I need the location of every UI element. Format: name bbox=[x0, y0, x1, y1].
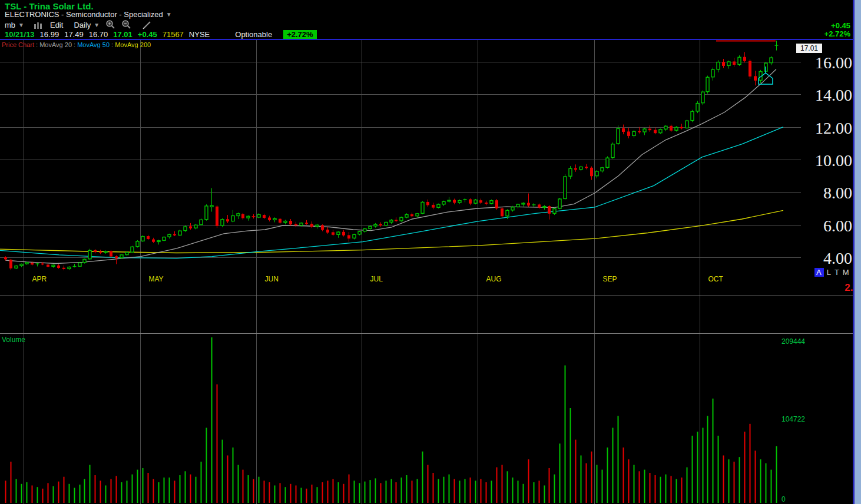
last-price-label: 17.01 bbox=[796, 44, 822, 53]
ma20-line bbox=[5, 69, 776, 264]
month-gridlines bbox=[24, 40, 700, 504]
optionable-label: Optionable bbox=[235, 30, 272, 39]
price-axis-label: 10.00 bbox=[815, 151, 852, 170]
zoom-preset-T-2[interactable]: T bbox=[834, 268, 840, 277]
ma50-line bbox=[0, 127, 783, 258]
zoom-preset-L-1[interactable]: L bbox=[826, 268, 832, 277]
volume-axis-label: 0 bbox=[781, 495, 786, 503]
price-axis-label: 8.00 bbox=[823, 184, 852, 202]
price-axis-label: 16.00 bbox=[815, 54, 852, 72]
corner-change: +0.45 +2.72% bbox=[824, 22, 850, 38]
version-label: 2.0 bbox=[813, 282, 859, 294]
month-label: JUN bbox=[265, 275, 279, 283]
price-volume-chart: APRMAYJUNJULAUGSEPOCT16.0014.0012.0010.0… bbox=[0, 0, 861, 504]
price-axis-label: 12.00 bbox=[815, 119, 852, 137]
ma200-line bbox=[0, 210, 783, 253]
volume-pane-title: Volume bbox=[2, 336, 25, 344]
header: TSL - Trina Solar Ltd. ELECTRONICS - Sem… bbox=[0, 0, 861, 39]
chevron-down-icon: ▼ bbox=[94, 22, 100, 28]
sector-label: ELECTRONICS - Semiconductor - Specialize… bbox=[5, 10, 163, 19]
draw-tool-button[interactable] bbox=[142, 21, 153, 29]
quote-row: 10/21/13 16.99 17.49 16.70 17.01 +0.45 7… bbox=[5, 29, 317, 39]
price-axis-label: 4.00 bbox=[823, 249, 852, 267]
period-dropdown[interactable]: Daily▼ bbox=[74, 21, 100, 29]
pct-change-badge: +2.72% bbox=[283, 30, 316, 39]
month-label: JUL bbox=[370, 275, 383, 283]
chevron-down-icon: ▼ bbox=[18, 22, 24, 28]
legend-movavg-20[interactable]: MovAvg 20 bbox=[39, 41, 72, 48]
month-label: APR bbox=[32, 275, 47, 283]
quote-volume: 71567 bbox=[163, 30, 184, 39]
quote-low: 16.70 bbox=[89, 30, 108, 39]
zoom-preset-A[interactable]: A bbox=[814, 268, 824, 277]
chevron-down-icon: ▼ bbox=[166, 11, 172, 18]
month-label: AUG bbox=[486, 275, 502, 283]
month-labels: APRMAYJUNJULAUGSEPOCT bbox=[32, 275, 724, 283]
month-label: MAY bbox=[149, 275, 164, 283]
month-label: SEP bbox=[603, 275, 617, 283]
edit-button[interactable]: Edit bbox=[50, 21, 63, 29]
month-label: OCT bbox=[708, 275, 724, 283]
price-gridlines: 16.0014.0012.0010.008.006.004.00 bbox=[0, 54, 852, 267]
price-axis-label: 14.00 bbox=[815, 86, 852, 104]
legend-movavg-200[interactable]: MovAvg 200 bbox=[115, 41, 151, 48]
mb-dropdown[interactable]: mb▼ bbox=[5, 21, 24, 29]
zoom-in-button[interactable] bbox=[105, 20, 115, 29]
zoom-in-icon bbox=[105, 20, 115, 29]
legend-price-chart[interactable]: Price Chart bbox=[2, 41, 34, 48]
chart-type-button[interactable] bbox=[34, 21, 44, 29]
quote-close: 17.01 bbox=[113, 30, 133, 39]
zoom-out-icon bbox=[121, 20, 131, 29]
volume-axis-label: 104722 bbox=[781, 415, 805, 423]
pencil-icon bbox=[142, 21, 153, 29]
zoom-out-button[interactable] bbox=[121, 20, 131, 29]
quote-open: 16.99 bbox=[40, 30, 59, 39]
toolbar: mb▼ Edit Daily▼ bbox=[5, 19, 158, 30]
sector-dropdown[interactable]: ELECTRONICS - Semiconductor - Specialize… bbox=[5, 10, 172, 19]
moving-averages bbox=[0, 69, 783, 264]
bar-chart-icon bbox=[34, 21, 43, 29]
volume-axis-label: 209444 bbox=[781, 337, 805, 346]
corner-change-pct: +2.72% bbox=[824, 30, 850, 38]
telechart-window: { "header": { "symbol_title": "TSL - Tri… bbox=[0, 0, 861, 504]
quote-high: 17.49 bbox=[64, 30, 84, 39]
quote-change: +0.45 bbox=[138, 30, 157, 39]
pane-top-border bbox=[0, 39, 861, 40]
zoom-preset-M-3[interactable]: M bbox=[842, 268, 850, 277]
quote-date: 10/21/13 bbox=[5, 30, 35, 39]
chart-legend: Price Chart : MovAvg 20 : MovAvg 50 : Mo… bbox=[2, 41, 151, 48]
volume-bars bbox=[5, 337, 777, 503]
price-axis-label: 6.00 bbox=[823, 217, 852, 235]
quote-exchange: NYSE bbox=[189, 30, 210, 39]
legend-movavg-50[interactable]: MovAvg 50 bbox=[77, 41, 110, 48]
corner-change-value: +0.45 bbox=[824, 22, 850, 30]
candles-layer bbox=[4, 41, 779, 270]
window-right-edge[interactable] bbox=[855, 0, 861, 504]
